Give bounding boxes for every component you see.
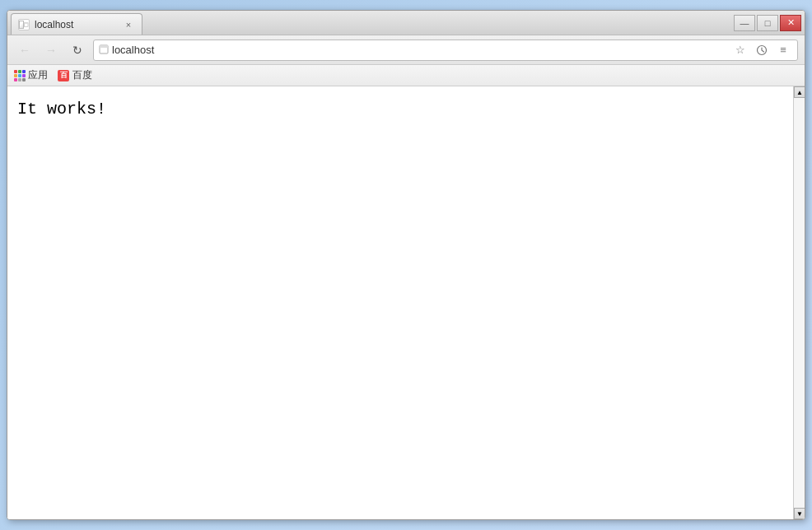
svg-rect-3 <box>100 45 108 48</box>
menu-button[interactable]: ≡ <box>774 41 792 59</box>
title-bar: localhost × — □ ✕ <box>7 11 805 35</box>
page-content: It works! <box>7 86 793 519</box>
baidu-label: 百度 <box>72 68 92 82</box>
scrollbar[interactable]: ▲ ▼ <box>793 86 805 519</box>
address-page-icon <box>99 44 109 56</box>
browser-window: localhost × — □ ✕ ← → ↻ localhost ☆ <box>7 10 805 520</box>
apps-label: 应用 <box>28 68 48 82</box>
svg-rect-1 <box>25 22 28 23</box>
scrollbar-down-button[interactable]: ▼ <box>794 508 805 519</box>
tab-title: localhost <box>35 19 117 30</box>
maximize-button[interactable]: □ <box>757 15 778 31</box>
scrollbar-up-button[interactable]: ▲ <box>794 86 805 98</box>
address-input[interactable]: localhost <box>112 44 728 56</box>
address-actions: ☆ ≡ <box>731 41 792 59</box>
scrollbar-thumb[interactable] <box>794 98 805 508</box>
tab-close-button[interactable]: × <box>122 18 135 31</box>
apps-grid-icon <box>14 70 26 81</box>
close-button[interactable]: ✕ <box>780 15 801 31</box>
browser-body: It works! ▲ ▼ <box>7 86 805 519</box>
window-controls: — □ ✕ <box>734 15 801 31</box>
tab-area: localhost × <box>11 11 727 35</box>
nav-bar: ← → ↻ localhost ☆ ≡ <box>7 35 805 65</box>
reload-button[interactable]: ↻ <box>67 40 88 61</box>
back-button[interactable]: ← <box>14 40 35 61</box>
tab-favicon <box>18 19 30 30</box>
address-bar-container: localhost ☆ ≡ <box>93 40 798 61</box>
baidu-favicon: 百 <box>58 70 69 81</box>
forward-button[interactable]: → <box>40 40 62 61</box>
browser-tab[interactable]: localhost × <box>11 13 142 35</box>
bookmarks-bar: 应用 百 百度 <box>7 65 805 86</box>
page-main-text: It works! <box>17 100 783 119</box>
minimize-button[interactable]: — <box>734 15 755 31</box>
baidu-bookmark[interactable]: 百 百度 <box>54 67 96 84</box>
apps-bookmark[interactable]: 应用 <box>14 68 48 82</box>
star-button[interactable]: ☆ <box>731 41 749 59</box>
history-button[interactable] <box>753 41 771 59</box>
